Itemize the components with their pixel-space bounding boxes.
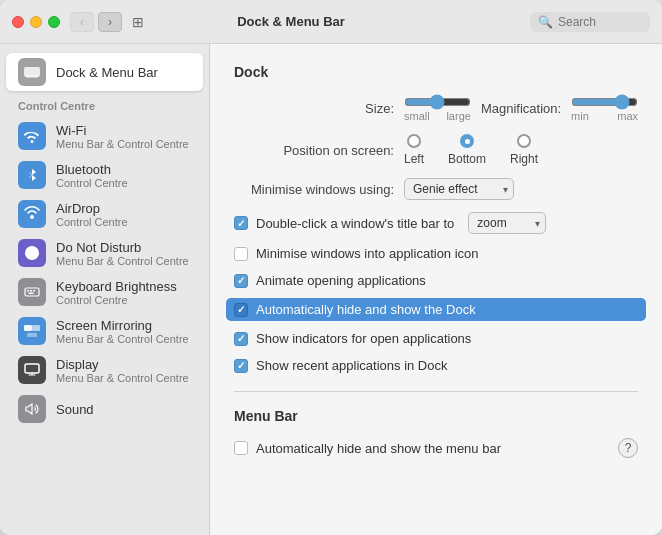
minimize-button[interactable] [30,16,42,28]
sidebar-airdrop-sublabel: Control Centre [56,216,128,228]
sidebar-item-sound[interactable]: Sound [6,390,203,428]
position-bottom-label: Bottom [448,152,486,166]
screen-mirroring-icon [18,317,46,345]
svg-point-2 [30,215,34,219]
main-content: Dock & Menu Bar Control Centre Wi-Fi Men… [0,44,662,535]
sidebar-dnd-sublabel: Menu Bar & Control Centre [56,255,189,267]
menu-bar-section-title: Menu Bar [234,408,638,424]
control-centre-header: Control Centre [0,92,209,116]
sidebar-bluetooth-label: Bluetooth [56,162,128,177]
sidebar-item-dock-menu-bar[interactable]: Dock & Menu Bar [6,53,203,91]
menu-bar-autohide-row: Automatically hide and show the menu bar… [234,438,638,458]
recent-checkbox[interactable] [234,359,248,373]
sidebar-keyboard-label: Keyboard Brightness [56,279,177,294]
dock-section-title: Dock [234,64,638,80]
search-icon: 🔍 [538,15,553,29]
svg-rect-6 [33,290,35,292]
position-right-label: Right [510,152,538,166]
dnd-icon [18,239,46,267]
radio-left[interactable] [407,134,421,148]
sidebar-item-wifi[interactable]: Wi-Fi Menu Bar & Control Centre [6,117,203,155]
autohide-menubar-checkbox-row: Automatically hide and show the menu bar [234,439,501,458]
animate-checkbox[interactable] [234,274,248,288]
magnification-slider[interactable] [571,94,638,110]
size-label: Size: [234,101,394,116]
keyboard-icon [18,278,46,306]
animate-row: Animate opening applications [234,271,638,290]
autohide-menubar-checkbox[interactable] [234,441,248,455]
autohide-menubar-label: Automatically hide and show the menu bar [256,441,501,456]
sidebar-keyboard-sublabel: Control Centre [56,294,177,306]
search-input[interactable] [558,15,638,29]
svg-rect-5 [30,290,32,292]
minimise-icon-checkbox[interactable] [234,247,248,261]
sidebar-item-airdrop[interactable]: AirDrop Control Centre [6,195,203,233]
sidebar-sound-label: Sound [56,402,94,417]
autohide-dock-row: Automatically hide and show the Dock [226,298,646,321]
sidebar-item-bluetooth[interactable]: Bluetooth Control Centre [6,156,203,194]
mag-min-label: min [571,110,589,122]
svg-rect-1 [26,75,38,78]
size-slider[interactable] [404,94,471,110]
window-title: Dock & Menu Bar [52,14,530,29]
sidebar: Dock & Menu Bar Control Centre Wi-Fi Men… [0,44,210,535]
radio-right[interactable] [517,134,531,148]
back-button[interactable]: ‹ [70,12,94,32]
sidebar-item-keyboard[interactable]: Keyboard Brightness Control Centre [6,273,203,311]
svg-rect-10 [27,333,37,337]
double-click-checkbox[interactable] [234,216,248,230]
mag-max-label: max [617,110,638,122]
display-icon [18,356,46,384]
sound-icon [18,395,46,423]
close-button[interactable] [12,16,24,28]
double-click-row: Double-click a window's title bar to zoo… [234,210,638,236]
help-button[interactable]: ? [618,438,638,458]
sidebar-wifi-label: Wi-Fi [56,123,189,138]
sidebar-item-display[interactable]: Display Menu Bar & Control Centre [6,351,203,389]
size-small-label: small [404,110,430,122]
sidebar-item-dnd[interactable]: Do Not Disturb Menu Bar & Control Centre [6,234,203,272]
size-row: Size: small large Magnification: min max [234,94,638,122]
size-slider-container: small large [404,94,471,122]
sidebar-airdrop-label: AirDrop [56,201,128,216]
wifi-icon [18,122,46,150]
minimise-icon-label: Minimise windows into application icon [256,246,479,261]
airdrop-icon [18,200,46,228]
autohide-dock-checkbox[interactable] [234,303,248,317]
svg-rect-11 [25,364,39,373]
recent-row: Show recent applications in Dock [234,356,638,375]
minimise-select[interactable]: Genie effect Scale effect [404,178,514,200]
magnification-slider-container: min max [571,94,638,122]
sidebar-dock-label: Dock & Menu Bar [56,65,158,80]
svg-rect-7 [29,293,34,295]
position-right[interactable]: Right [510,134,538,166]
system-preferences-window: ‹ › ⊞ Dock & Menu Bar 🔍 Dock & Menu Ba [0,0,662,535]
double-click-label: Double-click a window's title bar to [256,216,454,231]
checkboxes-section: Double-click a window's title bar to zoo… [234,210,638,375]
magnification-label: Magnification: [481,101,561,116]
recent-label: Show recent applications in Dock [256,358,448,373]
position-left[interactable]: Left [404,134,424,166]
main-panel: Dock Size: small large Magnification: mi… [210,44,662,535]
genie-effect-wrapper[interactable]: Genie effect Scale effect [404,178,514,200]
section-divider [234,391,638,392]
search-box[interactable]: 🔍 [530,12,650,32]
position-row: Position on screen: Left Bottom Right [234,134,638,166]
minimise-icon-row: Minimise windows into application icon [234,244,638,263]
svg-rect-3 [25,288,39,296]
titlebar: ‹ › ⊞ Dock & Menu Bar 🔍 [0,0,662,44]
dock-menu-bar-icon [18,58,46,86]
radio-bottom[interactable] [460,134,474,148]
position-options: Left Bottom Right [404,134,538,166]
zoom-select-wrapper[interactable]: zoom minimise [468,212,546,234]
zoom-select[interactable]: zoom minimise [468,212,546,234]
minimise-label: Minimise windows using: [234,182,394,197]
animate-label: Animate opening applications [256,273,426,288]
minimise-row: Minimise windows using: Genie effect Sca… [234,178,638,200]
indicators-row: Show indicators for open applications [234,329,638,348]
svg-rect-9 [32,325,40,331]
sidebar-mirroring-label: Screen Mirroring [56,318,189,333]
sidebar-item-mirroring[interactable]: Screen Mirroring Menu Bar & Control Cent… [6,312,203,350]
indicators-checkbox[interactable] [234,332,248,346]
position-bottom[interactable]: Bottom [448,134,486,166]
